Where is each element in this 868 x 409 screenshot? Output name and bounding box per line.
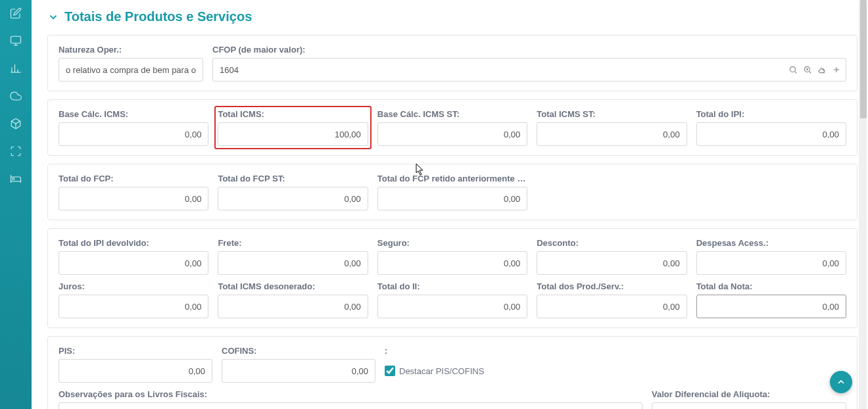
panel-natureza-cfop: Natureza Oper.: CFOP (de maior valor): (47, 35, 857, 91)
cfop-input[interactable] (212, 58, 846, 82)
total-ii-input[interactable] (377, 295, 527, 318)
svg-point-9 (790, 66, 795, 72)
panel-pis-cofins: PIS: COFINS: : Destacar PIS/COFINS Obser… (47, 336, 857, 409)
frete-label: Frete: (218, 238, 368, 248)
cofins-label: COFINS: (222, 346, 375, 356)
valor-dif-aliq-label: Valor Diferencial de Aliquota: (652, 389, 846, 399)
total-ipi-devolvido-label: Total do IPI devolvido: (59, 238, 208, 248)
frete-input[interactable] (218, 251, 368, 275)
field-pis: PIS: (59, 346, 212, 383)
total-prod-serv-label: Total dos Prod./Serv.: (537, 281, 687, 291)
obs-livros-input[interactable] (59, 402, 642, 409)
zoom-icon[interactable] (803, 65, 812, 74)
total-icms-st-label: Total ICMS ST: (537, 109, 687, 119)
edit-icon[interactable] (9, 7, 22, 20)
total-icms-st-input[interactable] (537, 122, 687, 146)
cofins-input[interactable] (222, 359, 375, 383)
natureza-oper-label: Natureza Oper.: (59, 45, 203, 55)
svg-rect-0 (11, 36, 21, 43)
despesas-acess-label: Despesas Acess.: (696, 238, 846, 248)
svg-line-14 (809, 72, 811, 74)
field-total-prod-serv: Total dos Prod./Serv.: (537, 281, 687, 318)
field-total-icms-st: Total ICMS ST: (537, 109, 687, 146)
svg-line-10 (795, 72, 797, 74)
natureza-oper-input[interactable] (59, 58, 203, 82)
total-nota-label: Total da Nota: (696, 281, 846, 291)
plus-icon[interactable] (832, 65, 841, 74)
destacar-checkbox[interactable] (385, 366, 395, 376)
total-nota-input[interactable] (696, 295, 846, 318)
field-destacar: : Destacar PIS/COFINS (385, 346, 846, 383)
total-fcp-retido-input[interactable] (377, 187, 527, 210)
total-ipi-devolvido-input[interactable] (59, 251, 208, 275)
field-total-fcp: Total do FCP: (59, 174, 208, 210)
pis-input[interactable] (59, 359, 212, 383)
total-icms-desonerado-label: Total ICMS desonerado: (218, 281, 368, 291)
panel-fcp: Total do FCP: Total do FCP ST: Total do … (47, 164, 857, 220)
field-desconto: Desconto: (537, 238, 687, 275)
total-ipi-input[interactable] (696, 122, 846, 146)
field-total-fcp-retido: Total do FCP retido anteriormente por ..… (377, 174, 527, 210)
total-icms-input[interactable] (218, 122, 368, 146)
field-base-calc-icms: Base Cálc. ICMS: (59, 109, 208, 146)
desconto-label: Desconto: (537, 238, 687, 248)
field-cfop: CFOP (de maior valor): (212, 45, 846, 82)
eraser-icon[interactable] (817, 65, 827, 74)
field-total-icms-desonerado: Total ICMS desonerado: (218, 281, 368, 318)
svg-point-8 (12, 178, 14, 180)
total-fcp-label: Total do FCP: (59, 174, 208, 183)
scrollbar-thumb[interactable] (860, 0, 867, 118)
bed-icon[interactable] (9, 172, 22, 185)
total-fcp-st-label: Total do FCP ST: (218, 174, 368, 183)
panel-totais: Total do IPI devolvido: Frete: Seguro: D… (47, 228, 857, 328)
total-icms-desonerado-input[interactable] (218, 295, 368, 318)
field-total-ipi-devolvido: Total do IPI devolvido: (59, 238, 208, 275)
field-base-calc-icms-st: Base Cálc. ICMS ST: (377, 109, 527, 146)
section-title: Totais de Produtos e Serviços (64, 9, 252, 24)
total-ipi-label: Total do IPI: (696, 109, 846, 119)
field-total-icms: Total ICMS: (214, 106, 371, 149)
field-total-ipi: Total do IPI: (696, 109, 846, 146)
total-fcp-st-input[interactable] (218, 187, 368, 210)
total-fcp-input[interactable] (59, 187, 208, 210)
base-calc-icms-st-input[interactable] (377, 122, 527, 146)
cloud-icon[interactable] (9, 89, 22, 103)
base-calc-icms-label: Base Cálc. ICMS: (59, 109, 208, 119)
chevron-down-icon (47, 11, 59, 23)
field-despesas-acess: Despesas Acess.: (696, 238, 846, 275)
scroll-top-button[interactable] (830, 371, 852, 393)
colon-label: : (385, 346, 846, 356)
search-icon[interactable] (788, 65, 798, 74)
seguro-input[interactable] (377, 251, 527, 275)
juros-label: Juros: (59, 281, 208, 291)
field-valor-dif-aliq: Valor Diferencial de Aliquota: (652, 389, 846, 409)
juros-input[interactable] (59, 295, 208, 318)
base-calc-icms-input[interactable] (59, 122, 208, 146)
cfop-label: CFOP (de maior valor): (212, 45, 846, 55)
base-calc-icms-st-label: Base Cálc. ICMS ST: (377, 109, 527, 119)
chart-icon[interactable] (9, 62, 22, 75)
total-fcp-retido-label: Total do FCP retido anteriormente por ..… (377, 174, 527, 183)
cube-icon[interactable] (9, 117, 22, 130)
expand-icon[interactable] (9, 145, 22, 158)
main-content: Totais de Produtos e Serviços Natureza O… (32, 0, 868, 409)
cfop-icons (788, 65, 841, 74)
field-juros: Juros: (59, 281, 208, 318)
field-total-ii: Total do II: (377, 281, 527, 318)
field-obs-livros: Observações para os Livros Fiscais: (59, 389, 642, 409)
obs-livros-label: Observações para os Livros Fiscais: (59, 389, 642, 399)
seguro-label: Seguro: (377, 238, 527, 248)
panel-icms: Base Cálc. ICMS: Total ICMS: Base Cálc. … (47, 99, 857, 156)
monitor-icon[interactable] (9, 34, 22, 47)
field-seguro: Seguro: (377, 238, 527, 275)
section-header[interactable]: Totais de Produtos e Serviços (47, 5, 857, 24)
despesas-acess-input[interactable] (696, 251, 846, 275)
total-ii-label: Total do II: (377, 281, 527, 291)
field-frete: Frete: (218, 238, 368, 275)
valor-dif-aliq-input[interactable] (652, 402, 846, 409)
total-prod-serv-input[interactable] (537, 295, 687, 318)
pis-label: PIS: (59, 346, 212, 356)
field-total-nota: Total da Nota: (696, 281, 846, 318)
desconto-input[interactable] (537, 251, 687, 275)
total-icms-label: Total ICMS: (218, 109, 368, 119)
